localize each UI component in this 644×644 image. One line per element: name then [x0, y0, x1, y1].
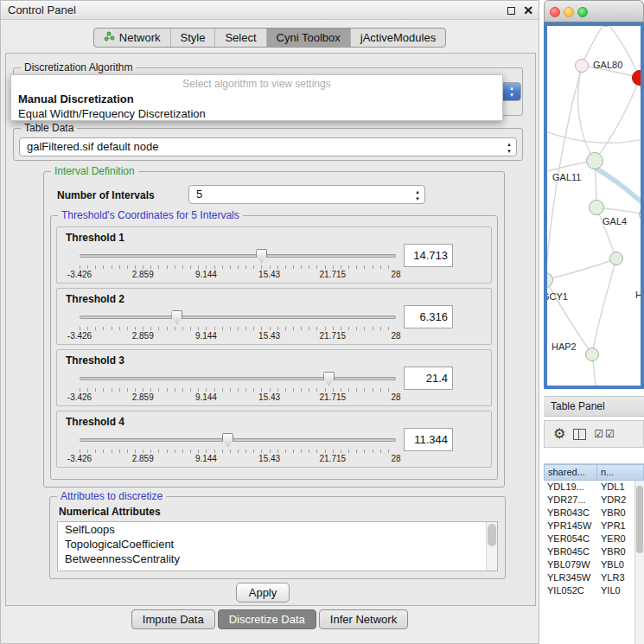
gear-icon[interactable]: ⚙ [553, 427, 565, 441]
table-row[interactable]: YER054CYER0 [544, 532, 644, 545]
table-row[interactable]: YBL079WYBL0 [544, 558, 644, 571]
slider-scale-label: 9.144 [195, 331, 217, 341]
table-header-row: shared... n... [544, 464, 644, 481]
table-data-value: galFiltered.sif default node [27, 140, 158, 153]
threshold-label: Threshold 1 [66, 232, 124, 244]
table-data-combobox[interactable]: galFiltered.sif default node ▲▼ [19, 137, 517, 156]
table-cell: YBR043C [544, 507, 597, 520]
slider-thumb[interactable] [256, 249, 267, 263]
slider-scale-label: 2.859 [132, 331, 154, 341]
network-node-label: GAL80 [593, 60, 622, 70]
threshold-1-slider[interactable]: -3.4262.8599.14415.4321.71528 [80, 248, 396, 281]
table-data-group: Table Data galFiltered.sif default node … [13, 128, 523, 161]
slider-track[interactable] [80, 254, 396, 258]
slider-track[interactable] [80, 377, 396, 380]
list-scrollbar[interactable] [486, 522, 497, 571]
table-panel-header[interactable]: Table Panel [544, 396, 644, 417]
minimize-traffic-light-icon[interactable] [564, 7, 574, 17]
tab-infer-network[interactable]: Infer Network [319, 609, 408, 629]
attribute-list-item[interactable]: TopologicalCoefficient [58, 537, 497, 552]
slider-scale-label: 21.715 [320, 331, 347, 341]
zoom-traffic-light-icon[interactable] [577, 7, 588, 17]
dropdown-option-manual-discretization[interactable]: Manual Discretization [11, 92, 502, 106]
table-row[interactable]: YLR345WYLR3 [544, 571, 644, 584]
numerical-attributes-label: Numerical Attributes [59, 506, 161, 518]
close-traffic-light-icon[interactable] [550, 7, 560, 17]
threshold-label: Threshold 3 [66, 354, 124, 367]
tab-jactivemodules[interactable]: jActiveModules [350, 29, 445, 47]
tab-label: Cyni Toolbox [277, 31, 341, 44]
apply-button[interactable]: Apply [236, 583, 290, 603]
network-node[interactable] [585, 348, 599, 361]
network-node-label: GAL11 [552, 172, 581, 182]
table-scrollbar[interactable] [634, 481, 644, 644]
table-row[interactable]: YPR145WYPR1 [544, 520, 644, 532]
column-header-name[interactable]: n... [597, 464, 644, 481]
network-node-label: GCY1 [547, 291, 568, 302]
slider-track[interactable] [80, 316, 396, 319]
threshold-value-field[interactable] [404, 428, 453, 451]
table-cell: YBR045C [544, 545, 597, 558]
slider-thumb[interactable] [323, 372, 335, 386]
interval-definition-group: Interval Definition Number of Intervals … [43, 171, 505, 488]
table-row[interactable]: YBR043CYBR0 [544, 507, 644, 520]
tab-cyni-toolbox[interactable]: Cyni Toolbox [266, 29, 350, 47]
arrow-up-icon: ▲ [507, 141, 512, 148]
threshold-3-slider[interactable]: -3.4262.8599.14415.4321.71528 [80, 371, 396, 404]
scrollbar-thumb[interactable] [488, 524, 496, 546]
threshold-2-box: Threshold 2 -3.4262.8599.14415.4321.7152… [56, 288, 492, 345]
tab-select[interactable]: Select [214, 29, 265, 47]
attributes-group-title: Attributes to discretize [57, 490, 166, 502]
network-node[interactable] [586, 152, 603, 169]
thresholds-group-title: Threshold's Coordinates for 5 Intervals [58, 209, 243, 221]
network-node[interactable] [575, 59, 589, 73]
close-icon[interactable]: ✕ [523, 4, 533, 16]
number-of-intervals-combobox[interactable]: 5 ▲▼ [188, 185, 425, 204]
network-canvas[interactable]: GAL80GAL11GAL4GCY1HAP2H [547, 26, 641, 386]
threshold-label: Threshold 2 [66, 293, 124, 305]
slider-ticks [80, 450, 396, 453]
slider-track[interactable] [80, 438, 396, 442]
threshold-4-slider[interactable]: -3.4262.8599.14415.4321.71528 [80, 432, 396, 465]
float-window-icon[interactable] [507, 7, 515, 15]
tab-discretize-data[interactable]: Discretize Data [218, 609, 316, 629]
table-cell: YDL19... [544, 481, 597, 494]
table-cell: YBL079W [544, 558, 597, 571]
slider-scale-label: 15.43 [258, 270, 280, 279]
slider-scale-label: 2.859 [132, 454, 154, 463]
top-tab-bar: Network Style Select Cyni Toolbox jActiv… [1, 28, 539, 48]
control-panel-titlebar: Control Panel ✕ [1, 1, 539, 20]
numerical-attributes-list[interactable]: SelfLoopsTopologicalCoefficientBetweenne… [57, 521, 498, 571]
tab-network[interactable]: Network [94, 29, 170, 47]
slider-scale-label: 9.144 [195, 392, 217, 402]
slider-scale-label: 15.43 [258, 392, 280, 402]
window-title: Control Panel [8, 3, 76, 16]
threshold-2-slider[interactable]: -3.4262.8599.14415.4321.71528 [80, 309, 396, 342]
threshold-value-field[interactable] [404, 244, 453, 267]
network-node[interactable] [609, 252, 623, 265]
arrow-down-icon: ▼ [509, 92, 514, 99]
tab-impute-data[interactable]: Impute Data [131, 609, 215, 629]
table-row[interactable]: YDL19...YDL1 [544, 481, 644, 494]
threshold-value-field[interactable] [404, 367, 453, 390]
bottom-tab-bar: Impute Data Discretize Data Infer Networ… [1, 609, 539, 629]
dropdown-option-equal-width-frequency[interactable]: Equal Width/Frequency Discretization [11, 106, 502, 121]
table-row[interactable]: YIL052CYIL0 [544, 584, 644, 597]
attribute-list-item[interactable]: SelfLoops [58, 522, 497, 537]
slider-thumb[interactable] [222, 433, 233, 447]
columns-icon[interactable] [573, 429, 586, 440]
slider-thumb[interactable] [171, 310, 182, 324]
threshold-1-box: Threshold 1 -3.4262.8599.14415.4321.7152… [56, 226, 492, 284]
table-row[interactable]: YBR045CYBR0 [544, 545, 644, 558]
threshold-value-field[interactable] [404, 305, 453, 328]
control-panel-window: Control Panel ✕ Network Style Select Cyn… [0, 0, 539, 644]
scrollbar-thumb[interactable] [636, 486, 643, 553]
select-checkboxes-icon[interactable]: ☑☑ [594, 428, 616, 440]
network-node[interactable] [589, 200, 604, 215]
tab-style[interactable]: Style [170, 29, 215, 47]
table-row[interactable]: YDR27...YDR2 [544, 494, 644, 507]
attribute-list-item[interactable]: BetweennessCentrality [58, 552, 497, 566]
column-header-shared-name[interactable]: shared... [544, 464, 597, 481]
slider-scale-label: 21.715 [320, 270, 347, 279]
slider-scale-label: 2.859 [132, 392, 154, 402]
